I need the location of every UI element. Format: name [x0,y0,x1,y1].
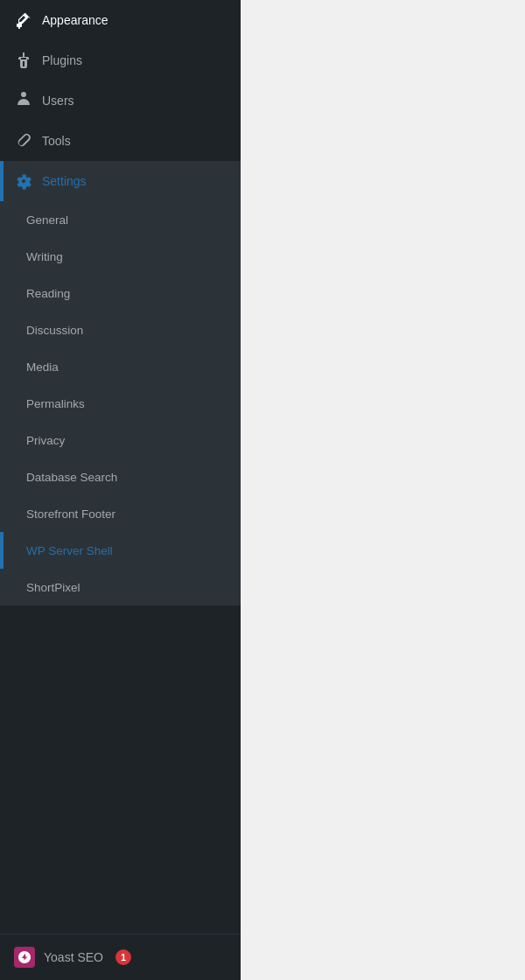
submenu-item-database-search[interactable]: Database Search [0,458,241,495]
tools-label: Tools [42,134,71,148]
writing-label: Writing [26,250,63,263]
permalinks-label: Permalinks [26,397,85,410]
settings-submenu: General Writing Reading Discussion Media… [0,201,241,606]
users-label: Users [42,94,74,108]
users-icon [14,91,33,110]
main-content [241,0,525,980]
yoast-label: Yoast SEO [44,950,103,964]
settings-icon [14,172,33,191]
plugins-icon [14,51,33,70]
plugins-label: Plugins [42,53,82,67]
wp-server-shell-label: WP Server Shell [26,544,113,557]
nav-item-users[interactable]: Users [0,80,241,121]
appearance-label: Appearance [42,13,108,27]
yoast-badge: 1 [116,949,131,965]
yoast-icon [14,947,35,968]
yoast-seo-item[interactable]: Yoast SEO 1 [0,934,241,980]
submenu-item-reading[interactable]: Reading [0,275,241,312]
general-label: General [26,214,68,227]
submenu-item-shortpixel[interactable]: ShortPixel [0,569,241,606]
tools-icon [14,131,33,150]
discussion-label: Discussion [26,324,83,337]
database-search-label: Database Search [26,471,117,484]
submenu-item-wp-server-shell[interactable]: WP Server Shell [0,532,241,569]
submenu-item-media[interactable]: Media [0,348,241,385]
sidebar: Appearance Plugins Users Tools [0,0,241,980]
bottom-nav: Yoast SEO 1 [0,934,241,980]
storefront-footer-label: Storefront Footer [26,508,116,521]
shortpixel-label: ShortPixel [26,581,80,594]
nav-item-appearance[interactable]: Appearance [0,0,241,40]
settings-label: Settings [42,174,87,188]
privacy-label: Privacy [26,434,65,447]
reading-label: Reading [26,287,70,300]
submenu-item-storefront-footer[interactable]: Storefront Footer [0,495,241,532]
nav-item-settings[interactable]: Settings [0,161,241,201]
media-label: Media [26,360,59,374]
submenu-item-writing[interactable]: Writing [0,238,241,275]
nav-item-tools[interactable]: Tools [0,121,241,161]
submenu-item-permalinks[interactable]: Permalinks [0,385,241,422]
submenu-item-discussion[interactable]: Discussion [0,312,241,348]
nav-item-plugins[interactable]: Plugins [0,40,241,80]
submenu-item-general[interactable]: General [0,201,241,238]
submenu-item-privacy[interactable]: Privacy [0,422,241,458]
appearance-icon [14,10,33,30]
